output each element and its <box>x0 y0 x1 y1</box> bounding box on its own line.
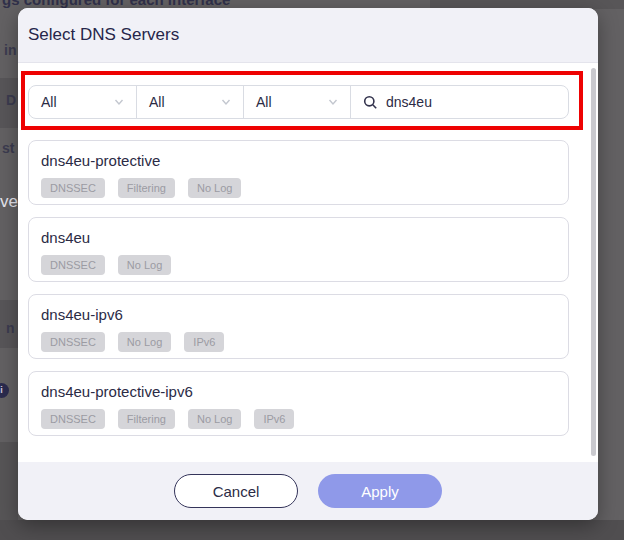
dns-server-tags: DNSSEC No Log <box>41 255 556 275</box>
filter-dropdown-1-value: All <box>41 94 57 110</box>
dns-server-name: dns4eu <box>41 229 556 246</box>
info-circle-icon: i <box>0 383 9 398</box>
apply-button[interactable]: Apply <box>318 474 442 508</box>
dns-server-name: dns4eu-ipv6 <box>41 306 556 323</box>
search-input[interactable] <box>386 94 546 110</box>
background-band <box>0 442 18 520</box>
dns-server-card[interactable]: dns4eu-ipv6 DNSSEC No Log IPv6 <box>28 294 569 359</box>
scrollbar-thumb[interactable] <box>591 68 596 456</box>
select-dns-servers-dialog: Select DNS Servers All All All <box>18 8 598 520</box>
chevron-down-icon <box>112 95 126 109</box>
background-band <box>0 520 624 540</box>
background-text-fragment: st <box>2 140 14 156</box>
dns-server-card[interactable]: dns4eu DNSSEC No Log <box>28 217 569 282</box>
tag-badge: DNSSEC <box>41 178 105 198</box>
dns-server-tags: DNSSEC No Log IPv6 <box>41 332 556 352</box>
filter-dropdown-3-value: All <box>256 94 272 110</box>
tag-badge: Filtering <box>118 409 175 429</box>
background-text-fragment: in <box>4 42 16 58</box>
chevron-down-icon <box>326 95 340 109</box>
dns-server-name: dns4eu-protective <box>41 152 556 169</box>
dialog-title: Select DNS Servers <box>28 25 179 45</box>
filter-dropdown-2[interactable]: All <box>136 86 243 118</box>
background-text-fragment: n <box>6 320 15 336</box>
tag-badge: Filtering <box>118 178 175 198</box>
filter-dropdown-2-value: All <box>149 94 165 110</box>
search-icon <box>363 95 378 110</box>
tag-badge: DNSSEC <box>41 409 105 429</box>
search-field <box>350 86 568 118</box>
background-text-fragment: ve <box>0 192 18 212</box>
dns-server-name: dns4eu-protective-ipv6 <box>41 383 556 400</box>
chevron-down-icon <box>219 95 233 109</box>
tag-badge: DNSSEC <box>41 332 105 352</box>
dialog-footer: Cancel Apply <box>18 462 598 520</box>
tag-badge: No Log <box>188 178 241 198</box>
dialog-header: Select DNS Servers <box>18 8 598 63</box>
filter-dropdown-1[interactable]: All <box>29 86 136 118</box>
filter-row: All All All <box>28 85 569 119</box>
tag-badge: IPv6 <box>254 409 294 429</box>
tag-badge: IPv6 <box>184 332 224 352</box>
dns-server-tags: DNSSEC Filtering No Log <box>41 178 556 198</box>
tag-badge: No Log <box>188 409 241 429</box>
tag-badge: DNSSEC <box>41 255 105 275</box>
dns-server-card[interactable]: dns4eu-protective-ipv6 DNSSEC Filtering … <box>28 371 569 436</box>
tag-badge: No Log <box>118 332 171 352</box>
background-text-fragment: D <box>6 92 16 108</box>
dns-server-card[interactable]: dns4eu-protective DNSSEC Filtering No Lo… <box>28 140 569 205</box>
filter-dropdown-3[interactable]: All <box>243 86 350 118</box>
tag-badge: No Log <box>118 255 171 275</box>
dns-server-tags: DNSSEC Filtering No Log IPv6 <box>41 409 556 429</box>
cancel-button[interactable]: Cancel <box>174 474 298 508</box>
